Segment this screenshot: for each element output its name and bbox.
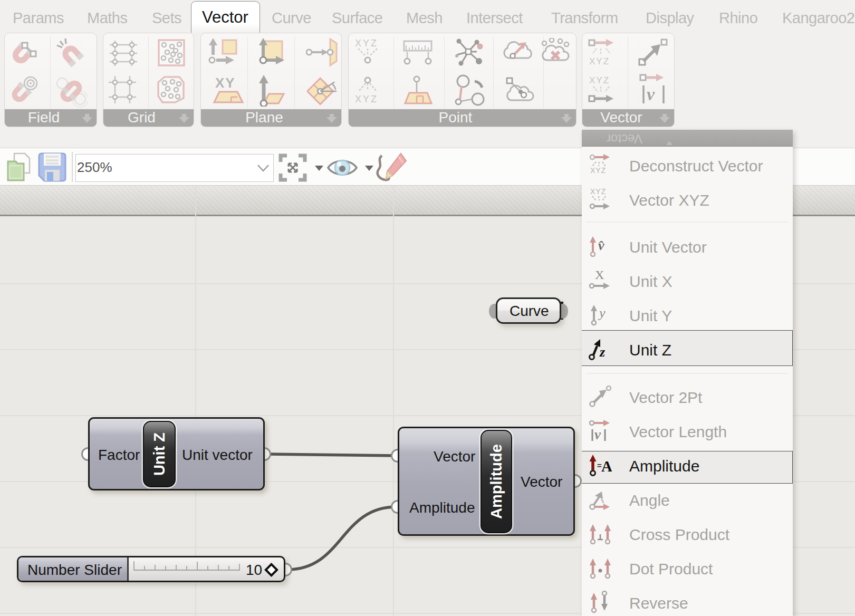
svg-text:z: z: [599, 344, 606, 360]
svg-text:y: y: [598, 305, 606, 321]
svg-text:v̂: v̂: [598, 238, 604, 253]
svg-text:v: v: [594, 427, 601, 442]
svg-text:XYZ: XYZ: [590, 187, 606, 196]
svg-text:XYZ: XYZ: [590, 166, 606, 175]
svg-text:A: A: [601, 458, 612, 475]
svg-text:X: X: [595, 268, 604, 282]
